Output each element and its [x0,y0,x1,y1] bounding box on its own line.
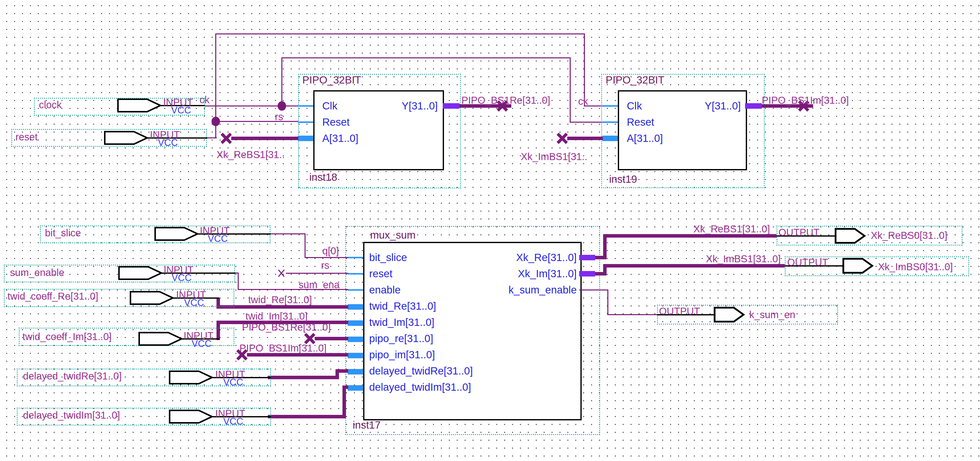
pin-level: VCC [192,339,212,348]
wire-clock-top[interactable] [282,57,570,58]
port-stub-a [602,136,618,141]
port-stub [348,304,363,310]
output-pin-icon[interactable] [713,307,745,323]
port-label: enable [369,284,401,296]
net-label-pipo-bs1re[interactable]: PIPO_BS1Re[31..0] [242,322,331,332]
port-stub [348,385,363,391]
pin-name[interactable]: sum_enable [10,267,64,278]
pin-name[interactable]: twid_coeff_Im[31..0] [22,331,111,342]
input-pin-icon[interactable] [154,227,198,241]
dangling-x-thin [277,269,286,278]
bus-xk-imbs1[interactable] [567,137,603,140]
net-label-pipo-bs1im[interactable]: PIPO_BS1Im[31..0] [762,95,849,106]
input-pin-delayed-twid-re[interactable]: delayed_twidRe[31..0] INPUT VCC [17,369,271,386]
wire-reset-to-pipo1[interactable] [216,121,298,122]
bus-xk-rebs1[interactable] [231,137,298,140]
port-label: twid_Re[31..0] [369,300,436,312]
net-label-xk-rebs1[interactable]: Xk_ReBS1[31..0] [694,223,770,234]
wire-k-sum-enable[interactable] [607,314,657,315]
output-pin-xk-rebs0[interactable]: OUTPUT Xk_ReBS0[31..0] [776,226,963,246]
net-label-q0[interactable]: q[0] [322,245,339,256]
bus-delayed-im[interactable] [342,385,346,418]
schematic-canvas[interactable]: ck rs ck PIPO_32BIT inst18 Clk Reset A[3… [0,0,980,461]
input-pin-reset[interactable]: reset INPUT VCC [11,129,207,147]
wire-bit-slice[interactable] [305,234,305,258]
pin-name[interactable]: delayed_twidIm[31..0] [23,410,120,421]
input-pin-icon[interactable] [169,410,213,424]
bus-pipo-re[interactable] [315,337,348,340]
pin-name[interactable]: delayed_twidRe[31..0] [23,370,122,382]
bus-xk-re-out[interactable] [603,234,776,238]
pin-name[interactable]: bit_slice [45,227,81,238]
bus-delayed-im[interactable] [268,415,346,418]
net-label-xk-imbs1[interactable]: Xk_ImBS1[31..0] [706,253,781,264]
port-stub [348,289,363,291]
bus-pipo-im[interactable] [247,353,348,356]
wire-clock-up[interactable] [282,58,282,107]
port-label: Reset [322,116,350,128]
pin-level: VCC [208,234,228,243]
bus-twid-re[interactable] [216,305,348,308]
wire-rs[interactable] [286,273,348,274]
pin-name[interactable]: clock [39,99,62,110]
input-pin-icon[interactable] [138,332,182,346]
net-label-ck[interactable]: ck [578,96,588,107]
output-pin-icon[interactable] [842,258,873,274]
pin-name[interactable]: reset [16,131,38,142]
port-stub [348,257,363,258]
input-pin-icon[interactable] [118,266,162,280]
port-label: A[31..0] [627,133,663,144]
net-label-xk-rebs1[interactable]: Xk_ReBS1[31.. [216,149,285,160]
port-stub-clk [602,105,618,107]
bus-xk-re-out[interactable] [603,234,607,259]
output-pin-xk-imbs0[interactable]: OUTPUT Xk_ImBS0[31..0] [785,256,969,276]
bus-delayed-im[interactable] [342,385,348,389]
bus-delayed-re[interactable] [268,376,339,379]
wire-bit-slice[interactable] [305,257,348,258]
wire-sum-enable[interactable] [238,272,239,290]
pin-name[interactable]: Xk_ReBS0[31..0] [871,230,947,241]
output-pin-icon[interactable] [834,228,866,244]
wire-k-sum-enable[interactable] [579,289,608,291]
net-label-sum-ena[interactable]: sum_ena [299,279,340,290]
net-label-xk-imbs1[interactable]: Xk_ImBS1[31.. [521,151,587,162]
pin-name[interactable]: twid_coeff_Re[31..0] [8,291,98,302]
port-stub [348,273,363,275]
wire-reset-top[interactable] [215,33,585,34]
port-label: delayed_twidRe[31..0] [369,365,473,377]
net-label-pipo-bs1re[interactable]: PIPO_BS1Re[31..0] [461,95,550,106]
port-stub-a [298,136,313,141]
net-label-rs[interactable]: rs [321,260,329,271]
input-pin-icon[interactable] [117,99,161,113]
bus-delayed-re[interactable] [336,369,348,373]
port-label: Xk_Im[31..0] [472,268,577,280]
pin-name[interactable]: k_sum_en [749,309,795,320]
port-label: Xk_Re[31..0] [472,252,577,263]
input-pin-icon[interactable] [130,291,173,305]
input-pin-bit-slice[interactable]: bit_slice INPUT VCC [40,226,270,243]
wire-clock[interactable] [205,105,282,107]
net-label-twid-im[interactable]: twid_Im[31..0] [245,311,307,322]
wire-clock-to-pipo2[interactable] [570,122,603,123]
input-pin-clock[interactable]: clock INPUT VCC [34,98,205,116]
port-stub-reset [602,121,618,123]
wire-k-sum-enable[interactable] [607,289,608,315]
output-pin-k-sum-en[interactable]: OUTPUT k_sum_en [657,305,838,324]
port-stub-y [745,103,762,109]
input-pin-delayed-twid-im[interactable]: delayed_twidIm[31..0] INPUT VCC [17,408,271,426]
net-label-twid-re[interactable]: twid_Re[31..0] [248,294,312,305]
input-pin-twid-coeff-im[interactable]: twid_coeff_Im[31..0] INPUT VCC [19,327,234,346]
pin-name[interactable]: Xk_ImBS0[31..0] [878,261,953,272]
wire-clock-down[interactable] [570,57,571,122]
input-pin-icon[interactable] [104,131,148,145]
wire-reset-up-top[interactable] [215,33,216,122]
net-label-rs[interactable]: rs [275,111,283,122]
pin-level: VCC [158,138,178,148]
input-pin-sum-enable[interactable]: sum_enable INPUT VCC [4,264,235,283]
input-pin-icon[interactable] [169,370,213,385]
bus-xk-im-out[interactable] [603,264,785,267]
port-label: twid_Im[31..0] [369,316,434,328]
net-label-pipo-bs1im[interactable]: PIPO_BS1Im[31..0] [239,343,326,353]
wire-bit-slice[interactable] [270,234,305,234]
input-pin-twid-coeff-re[interactable]: twid_coeff_Re[31..0] INPUT VCC [4,289,234,307]
